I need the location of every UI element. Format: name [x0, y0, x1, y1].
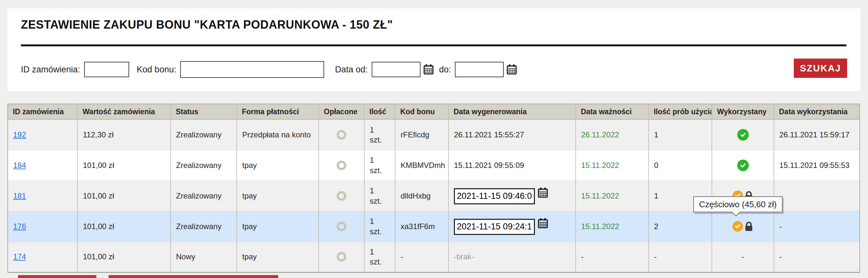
cell-used-date: - [774, 242, 860, 272]
order-id-link[interactable]: 192 [13, 130, 26, 139]
calendar-icon[interactable] [423, 64, 434, 75]
column-header: Ilość [364, 104, 395, 119]
cell-order-id: 184 [8, 150, 78, 180]
calendar-icon[interactable] [537, 187, 548, 198]
column-header: Opłacone [319, 104, 364, 119]
cell-voucher-code: dlldHxbg [395, 180, 448, 211]
unpaid-circle-icon [337, 191, 346, 201]
cell-used-date: - [774, 180, 860, 211]
cell-order-value: 101,00 zł [78, 180, 170, 211]
order-id-input[interactable] [84, 62, 129, 77]
calendar-icon[interactable] [506, 64, 517, 75]
used-check-icon [737, 160, 749, 171]
cell-usage-attempts: 1 [649, 119, 712, 150]
used-check-icon [737, 129, 749, 141]
calendar-icon-glyph [506, 64, 517, 75]
cell-generated-date: 26.11.2021 15:55:27 [448, 119, 576, 150]
date-from-label: Data od: [335, 65, 368, 75]
calendar-icon[interactable] [537, 218, 548, 229]
cell-valid-until: 15.11.2022 [576, 150, 649, 180]
cell-usage-attempts: 2 [649, 211, 712, 242]
table-header-row: ID zamówieniaWartość zamówieniaStatusFor… [8, 104, 860, 119]
used-empty: - [742, 252, 744, 261]
column-header: Status [170, 104, 237, 119]
column-header: Wartość zamówienia [78, 104, 170, 119]
cell-voucher-code: KMBMVDmh [395, 150, 448, 180]
cell-generated-date [448, 180, 576, 211]
voucher-code-label: Kod bonu: [137, 65, 176, 75]
generated-date: 26.11.2021 15:55:27 [454, 130, 524, 139]
cell-valid-until: 15.11.2022 [576, 180, 649, 211]
cell-used-status: - [712, 242, 774, 272]
cell-paid [319, 119, 364, 150]
page-title: ZESTAWIENIE ZAKUPU BONU "KARTA PODARUNKO… [21, 18, 393, 31]
date-to-input[interactable] [455, 62, 504, 77]
unpaid-circle-icon [337, 130, 346, 140]
cell-generated-date: -brak- [448, 242, 576, 272]
cell-generated-date [448, 211, 576, 242]
bottom-cutoff-button-1[interactable] [18, 275, 96, 278]
search-button[interactable]: SZUKAJ [794, 59, 847, 78]
calendar-icon-glyph [423, 64, 434, 75]
column-header: Ilość prób użycia [649, 104, 712, 119]
column-header: Data wykorzystania [774, 104, 860, 119]
partial-check-icon [733, 221, 743, 232]
column-header: Data wygenerowania [448, 104, 576, 119]
generated-date-empty: -brak- [454, 252, 474, 261]
cell-payment-method: Przedpłata na konto [237, 119, 319, 150]
filter-bar: ID zamówienia: Kod bonu: Data od: do: [21, 59, 787, 80]
order-id-link[interactable]: 174 [13, 252, 26, 261]
cell-payment-method: tpay [237, 150, 319, 180]
lock-icon [744, 221, 754, 232]
generated-date-input[interactable] [454, 219, 535, 235]
order-id-link[interactable]: 176 [13, 222, 26, 231]
cell-paid [319, 242, 364, 272]
column-header: Wykorzystany [712, 104, 774, 119]
calendar-icon-glyph [537, 218, 548, 229]
cell-status: Zrealizowany [170, 119, 237, 150]
date-from-input[interactable] [372, 62, 421, 77]
cell-voucher-code: - [395, 242, 448, 272]
cell-order-value: 101,00 zł [78, 150, 170, 180]
cell-valid-until: 15.11.2022 [576, 211, 649, 242]
cell-order-value: 101,00 zł [78, 211, 170, 242]
partially-used-indicator[interactable] [733, 221, 754, 232]
cell-valid-until: - [576, 242, 649, 272]
cell-usage-attempts: - [649, 242, 712, 272]
cell-used-date: - [774, 211, 860, 242]
date-to-label: do: [439, 65, 451, 75]
cell-payment-method: tpay [237, 180, 319, 211]
cell-quantity: 1 szt. [364, 150, 395, 180]
cell-status: Nowy [170, 242, 237, 272]
table-row: 184 101,00 zł Zrealizowany tpay 1 szt. K… [8, 150, 860, 180]
cell-quantity: 1 szt. [364, 180, 395, 211]
column-header: ID zamówienia [8, 104, 78, 119]
cell-generated-date: 15.11.2021 09:55:09 [448, 150, 576, 180]
column-header: Kod bonu [395, 104, 448, 119]
cell-order-id: 192 [8, 119, 78, 150]
cell-used-status [712, 211, 774, 242]
table-row: 174 101,00 zł Nowy tpay 1 szt. - -brak- … [8, 242, 860, 272]
voucher-code-input[interactable] [180, 61, 324, 78]
order-id-link[interactable]: 181 [13, 191, 26, 200]
generated-date-input[interactable] [454, 188, 535, 204]
cell-valid-until: 26.11.2022 [576, 119, 649, 150]
column-header: Forma płatności [237, 104, 319, 119]
partial-usage-tooltip: Częściowo (45,60 zł) [693, 196, 782, 212]
cell-usage-attempts: 0 [649, 150, 712, 180]
orders-table-wrap: ID zamówieniaWartość zamówieniaStatusFor… [7, 104, 860, 273]
cell-used-date: 26.11.2021 15:59:17 [774, 119, 860, 150]
unpaid-circle-icon [337, 161, 346, 170]
cell-payment-method: tpay [237, 242, 319, 272]
cell-status: Zrealizowany [170, 150, 237, 180]
cell-used-status [712, 150, 774, 180]
cell-order-id: 181 [8, 180, 78, 211]
cell-paid [319, 211, 364, 242]
order-id-link[interactable]: 184 [13, 161, 26, 170]
generated-date: 15.11.2021 09:55:09 [454, 161, 524, 170]
cell-voucher-code: rFEficdg [395, 119, 448, 150]
bottom-cutoff-button-2[interactable] [108, 275, 278, 278]
cell-paid [319, 150, 364, 180]
cell-order-value: 112,30 zł [78, 119, 170, 150]
orders-table-body: 192 112,30 zł Zrealizowany Przedpłata na… [8, 119, 860, 272]
